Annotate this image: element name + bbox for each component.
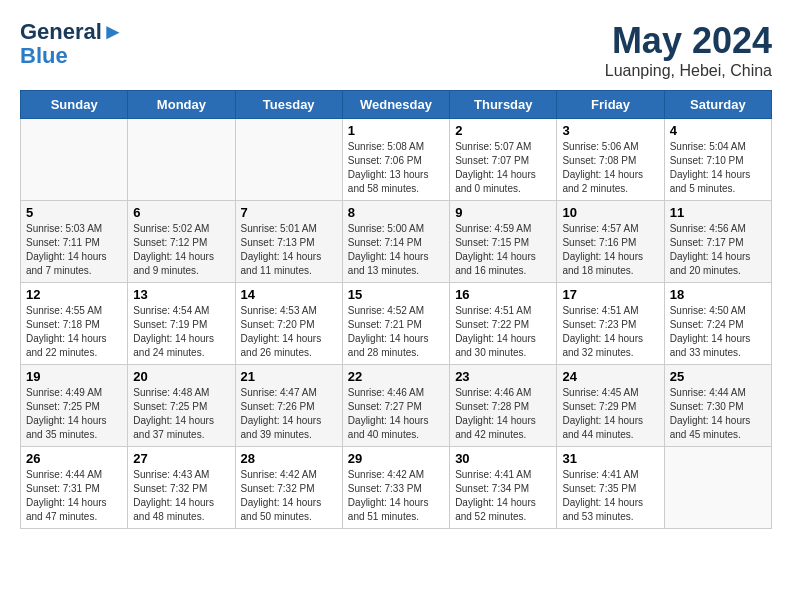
calendar-cell: 25Sunrise: 4:44 AMSunset: 7:30 PMDayligh… [664,365,771,447]
calendar-cell: 20Sunrise: 4:48 AMSunset: 7:25 PMDayligh… [128,365,235,447]
day-number: 4 [670,123,766,138]
day-info: Sunrise: 5:07 AMSunset: 7:07 PMDaylight:… [455,140,551,196]
logo-text: General► Blue [20,20,124,68]
calendar-cell: 14Sunrise: 4:53 AMSunset: 7:20 PMDayligh… [235,283,342,365]
calendar-cell: 23Sunrise: 4:46 AMSunset: 7:28 PMDayligh… [450,365,557,447]
calendar-cell: 12Sunrise: 4:55 AMSunset: 7:18 PMDayligh… [21,283,128,365]
calendar-cell: 10Sunrise: 4:57 AMSunset: 7:16 PMDayligh… [557,201,664,283]
calendar-cell: 21Sunrise: 4:47 AMSunset: 7:26 PMDayligh… [235,365,342,447]
weekday-header-sunday: Sunday [21,91,128,119]
day-info: Sunrise: 5:03 AMSunset: 7:11 PMDaylight:… [26,222,122,278]
page-header: General► Blue May 2024 Luanping, Hebei, … [20,20,772,80]
day-info: Sunrise: 4:44 AMSunset: 7:30 PMDaylight:… [670,386,766,442]
day-number: 19 [26,369,122,384]
day-number: 27 [133,451,229,466]
calendar-cell: 5Sunrise: 5:03 AMSunset: 7:11 PMDaylight… [21,201,128,283]
day-number: 28 [241,451,337,466]
day-info: Sunrise: 4:42 AMSunset: 7:32 PMDaylight:… [241,468,337,524]
calendar-cell: 24Sunrise: 4:45 AMSunset: 7:29 PMDayligh… [557,365,664,447]
day-info: Sunrise: 4:50 AMSunset: 7:24 PMDaylight:… [670,304,766,360]
day-info: Sunrise: 5:04 AMSunset: 7:10 PMDaylight:… [670,140,766,196]
calendar-cell: 2Sunrise: 5:07 AMSunset: 7:07 PMDaylight… [450,119,557,201]
calendar-cell: 30Sunrise: 4:41 AMSunset: 7:34 PMDayligh… [450,447,557,529]
day-info: Sunrise: 4:56 AMSunset: 7:17 PMDaylight:… [670,222,766,278]
day-number: 21 [241,369,337,384]
calendar-cell: 29Sunrise: 4:42 AMSunset: 7:33 PMDayligh… [342,447,449,529]
calendar-cell: 19Sunrise: 4:49 AMSunset: 7:25 PMDayligh… [21,365,128,447]
day-info: Sunrise: 4:48 AMSunset: 7:25 PMDaylight:… [133,386,229,442]
calendar-cell: 13Sunrise: 4:54 AMSunset: 7:19 PMDayligh… [128,283,235,365]
day-info: Sunrise: 4:46 AMSunset: 7:28 PMDaylight:… [455,386,551,442]
day-info: Sunrise: 4:46 AMSunset: 7:27 PMDaylight:… [348,386,444,442]
calendar-cell: 1Sunrise: 5:08 AMSunset: 7:06 PMDaylight… [342,119,449,201]
day-number: 16 [455,287,551,302]
month-title: May 2024 [605,20,772,62]
day-number: 1 [348,123,444,138]
weekday-header-wednesday: Wednesday [342,91,449,119]
day-info: Sunrise: 4:44 AMSunset: 7:31 PMDaylight:… [26,468,122,524]
day-info: Sunrise: 5:00 AMSunset: 7:14 PMDaylight:… [348,222,444,278]
calendar-cell [128,119,235,201]
calendar-cell: 3Sunrise: 5:06 AMSunset: 7:08 PMDaylight… [557,119,664,201]
day-number: 13 [133,287,229,302]
day-info: Sunrise: 4:42 AMSunset: 7:33 PMDaylight:… [348,468,444,524]
day-info: Sunrise: 4:41 AMSunset: 7:35 PMDaylight:… [562,468,658,524]
day-number: 7 [241,205,337,220]
day-number: 23 [455,369,551,384]
weekday-header-tuesday: Tuesday [235,91,342,119]
day-number: 29 [348,451,444,466]
day-info: Sunrise: 4:59 AMSunset: 7:15 PMDaylight:… [455,222,551,278]
day-info: Sunrise: 4:53 AMSunset: 7:20 PMDaylight:… [241,304,337,360]
day-number: 26 [26,451,122,466]
day-number: 5 [26,205,122,220]
day-number: 25 [670,369,766,384]
calendar-cell: 17Sunrise: 4:51 AMSunset: 7:23 PMDayligh… [557,283,664,365]
day-number: 24 [562,369,658,384]
day-number: 12 [26,287,122,302]
day-number: 6 [133,205,229,220]
calendar-cell: 22Sunrise: 4:46 AMSunset: 7:27 PMDayligh… [342,365,449,447]
day-info: Sunrise: 5:06 AMSunset: 7:08 PMDaylight:… [562,140,658,196]
logo: General► Blue [20,20,124,68]
calendar-cell: 4Sunrise: 5:04 AMSunset: 7:10 PMDaylight… [664,119,771,201]
weekday-header-thursday: Thursday [450,91,557,119]
day-number: 2 [455,123,551,138]
calendar-cell: 16Sunrise: 4:51 AMSunset: 7:22 PMDayligh… [450,283,557,365]
calendar-cell: 26Sunrise: 4:44 AMSunset: 7:31 PMDayligh… [21,447,128,529]
day-number: 22 [348,369,444,384]
location-subtitle: Luanping, Hebei, China [605,62,772,80]
day-info: Sunrise: 4:41 AMSunset: 7:34 PMDaylight:… [455,468,551,524]
day-info: Sunrise: 4:43 AMSunset: 7:32 PMDaylight:… [133,468,229,524]
day-number: 20 [133,369,229,384]
day-info: Sunrise: 5:08 AMSunset: 7:06 PMDaylight:… [348,140,444,196]
calendar-cell: 8Sunrise: 5:00 AMSunset: 7:14 PMDaylight… [342,201,449,283]
day-number: 9 [455,205,551,220]
day-number: 31 [562,451,658,466]
calendar-cell [235,119,342,201]
day-info: Sunrise: 5:02 AMSunset: 7:12 PMDaylight:… [133,222,229,278]
calendar-cell: 11Sunrise: 4:56 AMSunset: 7:17 PMDayligh… [664,201,771,283]
calendar-cell: 15Sunrise: 4:52 AMSunset: 7:21 PMDayligh… [342,283,449,365]
calendar-table: SundayMondayTuesdayWednesdayThursdayFrid… [20,90,772,529]
day-info: Sunrise: 4:51 AMSunset: 7:23 PMDaylight:… [562,304,658,360]
day-number: 18 [670,287,766,302]
day-info: Sunrise: 4:54 AMSunset: 7:19 PMDaylight:… [133,304,229,360]
calendar-cell: 7Sunrise: 5:01 AMSunset: 7:13 PMDaylight… [235,201,342,283]
day-info: Sunrise: 4:57 AMSunset: 7:16 PMDaylight:… [562,222,658,278]
day-number: 14 [241,287,337,302]
day-info: Sunrise: 5:01 AMSunset: 7:13 PMDaylight:… [241,222,337,278]
day-number: 17 [562,287,658,302]
day-number: 30 [455,451,551,466]
weekday-header-monday: Monday [128,91,235,119]
day-info: Sunrise: 4:55 AMSunset: 7:18 PMDaylight:… [26,304,122,360]
day-number: 10 [562,205,658,220]
day-info: Sunrise: 4:52 AMSunset: 7:21 PMDaylight:… [348,304,444,360]
day-number: 11 [670,205,766,220]
calendar-cell: 31Sunrise: 4:41 AMSunset: 7:35 PMDayligh… [557,447,664,529]
calendar-cell: 6Sunrise: 5:02 AMSunset: 7:12 PMDaylight… [128,201,235,283]
day-number: 15 [348,287,444,302]
day-info: Sunrise: 4:45 AMSunset: 7:29 PMDaylight:… [562,386,658,442]
day-info: Sunrise: 4:49 AMSunset: 7:25 PMDaylight:… [26,386,122,442]
weekday-header-saturday: Saturday [664,91,771,119]
calendar-cell: 18Sunrise: 4:50 AMSunset: 7:24 PMDayligh… [664,283,771,365]
